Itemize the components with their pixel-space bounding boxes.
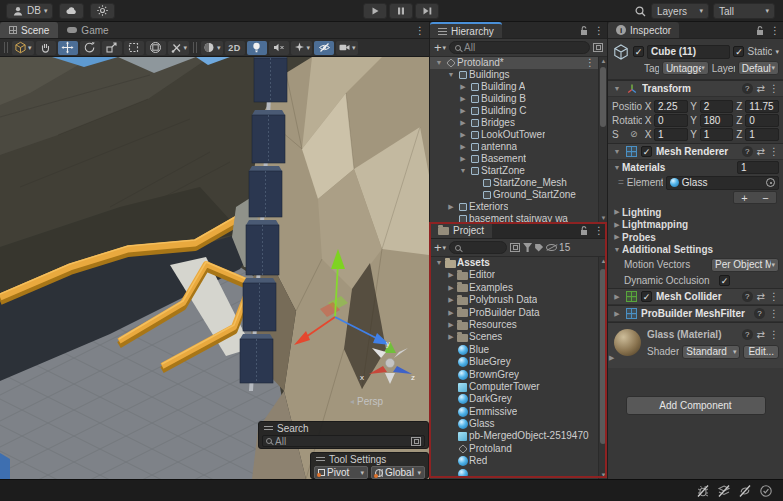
section-foldout[interactable]: ▶Lighting [608, 206, 783, 219]
layers-disabled-icon[interactable] [717, 484, 731, 498]
hierarchy-item[interactable]: Ground_StartZone [430, 189, 607, 201]
hierarchy-item[interactable]: ▶Exteriors [430, 201, 607, 213]
foldout-open-icon[interactable]: ▼ [612, 85, 622, 92]
project-item[interactable]: BrownGrey [430, 369, 607, 381]
scroll-thumb[interactable] [600, 269, 606, 444]
section-foldout[interactable]: ▶Probes [608, 231, 783, 244]
lock-icon[interactable] [755, 25, 765, 36]
tab-inspector[interactable]: i Inspector [608, 22, 679, 38]
pivot-dropdown[interactable]: Pivot ▾ [314, 466, 368, 479]
perspective-label[interactable]: ◂ Persp [350, 396, 383, 407]
add-component-button[interactable]: Add Component [626, 396, 766, 415]
foldout-closed-icon[interactable]: ▶ [446, 269, 456, 281]
hierarchy-item[interactable]: ▼StartZone [430, 165, 607, 177]
foldout-open-icon[interactable]: ▼ [434, 257, 444, 269]
drag-handle-icon[interactable]: = [618, 177, 624, 188]
hierarchy-item[interactable]: ▶Building B [430, 93, 607, 105]
project-item[interactable]: Red [430, 455, 607, 467]
foldout-closed-icon[interactable]: ▶ [458, 105, 468, 117]
scene-canvas[interactable]: y x z [0, 57, 429, 479]
remove-material-button[interactable]: − [762, 193, 768, 203]
check-circle-icon[interactable] [759, 484, 773, 498]
foldout-icon[interactable]: ▶ [612, 233, 622, 241]
audio-toggle-button[interactable] [269, 41, 289, 55]
hierarchy-search-input[interactable]: All [449, 41, 590, 54]
foldout-closed-icon[interactable]: ▶ [458, 117, 468, 129]
foldout-open-icon[interactable]: ▼ [612, 164, 622, 171]
project-item[interactable]: pb-MergedObject-2519470 [430, 430, 607, 442]
picker-icon[interactable] [593, 43, 603, 52]
dynamic-occlusion-checkbox[interactable] [719, 275, 730, 286]
help-icon[interactable]: ? [742, 329, 753, 340]
section-foldout[interactable]: ▶Lightmapping [608, 219, 783, 232]
overlay-grip-icon[interactable] [316, 457, 325, 458]
project-item[interactable]: Emmissive [430, 406, 607, 418]
axis-value-field[interactable]: 11.75 [745, 100, 779, 113]
project-item[interactable]: Glass [430, 418, 607, 430]
foldout-closed-icon[interactable]: ▶ [458, 93, 468, 105]
foldout-closed-icon[interactable]: ▶ [458, 153, 468, 165]
camera-view-button[interactable]: ▾ [336, 41, 358, 55]
materials-count-field[interactable]: 1 [737, 161, 779, 174]
help-icon[interactable]: ? [742, 146, 753, 157]
foldout-closed-icon[interactable]: ▶ [609, 354, 614, 362]
tag-dropdown[interactable]: Untagged▾ [662, 61, 709, 75]
debugger-disabled-icon[interactable] [696, 484, 710, 498]
hidden-count-toggle[interactable]: 15 [546, 242, 570, 253]
search-by-label-icon[interactable] [535, 244, 543, 252]
section-foldout[interactable]: ▼Additional Settings [608, 244, 783, 257]
picker-icon[interactable] [510, 243, 520, 252]
foldout-closed-icon[interactable]: ▶ [612, 293, 622, 301]
rect-tool-button[interactable] [124, 41, 144, 55]
layers-dropdown[interactable]: Layers ▾ [651, 3, 709, 19]
scene-search-input[interactable]: All [262, 435, 425, 447]
object-picker-icon[interactable] [766, 178, 775, 187]
shader-dropdown[interactable]: Standard▾ [682, 345, 740, 359]
link-scale-icon[interactable]: ⊘ [630, 129, 642, 139]
help-icon[interactable]: ? [742, 83, 753, 94]
help-icon[interactable]: ? [742, 291, 753, 302]
global-dropdown[interactable]: Global ▾ [371, 466, 425, 479]
project-item[interactable]: ComputerTower [430, 381, 607, 393]
tab-project[interactable]: Project [430, 222, 492, 238]
hierarchy-item[interactable]: basement stairway wa [430, 213, 607, 222]
create-button[interactable]: + ▾ [434, 43, 446, 53]
axis-value-field[interactable]: 0 [745, 114, 779, 127]
axis-value-field[interactable]: 1 [700, 128, 734, 141]
project-item[interactable]: ▶Examples [430, 282, 607, 294]
static-checkbox[interactable] [733, 46, 744, 57]
project-item[interactable]: ▶Resources [430, 319, 607, 331]
foldout-closed-icon[interactable]: ▶ [446, 294, 456, 306]
shading-mode-button[interactable]: ▾ [201, 41, 223, 55]
hand-tool-button[interactable] [36, 41, 56, 55]
more-menu-icon[interactable]: ⋮ [594, 225, 604, 236]
foldout-open-icon[interactable]: ▼ [612, 148, 622, 155]
motion-vectors-dropdown[interactable]: Per Object Motion▾ [711, 258, 779, 272]
tab-game[interactable]: Game [58, 22, 117, 38]
project-item[interactable]: DarkGrey [430, 393, 607, 405]
more-menu-icon[interactable]: ⋮ [769, 83, 779, 94]
hierarchy-item[interactable]: ▶Bridges [430, 117, 607, 129]
overlay-grip-icon[interactable] [264, 426, 273, 427]
custom-tool-button[interactable]: ▾ [168, 41, 190, 55]
material-object-field[interactable]: Glass [666, 176, 779, 190]
project-scrollbar[interactable]: ▲ ▼ [598, 257, 607, 479]
axis-value-field[interactable]: 0 [654, 114, 688, 127]
axis-value-field[interactable]: 1 [654, 128, 688, 141]
scroll-thumb[interactable] [600, 67, 606, 127]
foldout-closed-icon[interactable]: ▶ [458, 129, 468, 141]
more-menu-icon[interactable]: ⋮ [769, 146, 779, 157]
more-menu-icon[interactable]: ⋮ [769, 291, 779, 302]
presets-icon[interactable]: ⇄ [757, 329, 765, 340]
name-field[interactable]: Cube (11) [647, 45, 730, 59]
foldout-open-icon[interactable]: ▼ [434, 57, 444, 69]
lock-icon[interactable] [579, 25, 589, 36]
foldout-closed-icon[interactable]: ▶ [446, 319, 456, 331]
drag-handle[interactable] [193, 42, 197, 53]
cloud-button[interactable] [59, 3, 84, 19]
hierarchy-item[interactable]: ▼Buildings [430, 69, 607, 81]
project-item[interactable]: ▶Editor [430, 269, 607, 281]
foldout-closed-icon[interactable]: ▶ [612, 310, 622, 318]
chevron-down-icon[interactable]: ▾ [775, 48, 779, 56]
2d-mode-button[interactable]: 2D [225, 41, 245, 55]
